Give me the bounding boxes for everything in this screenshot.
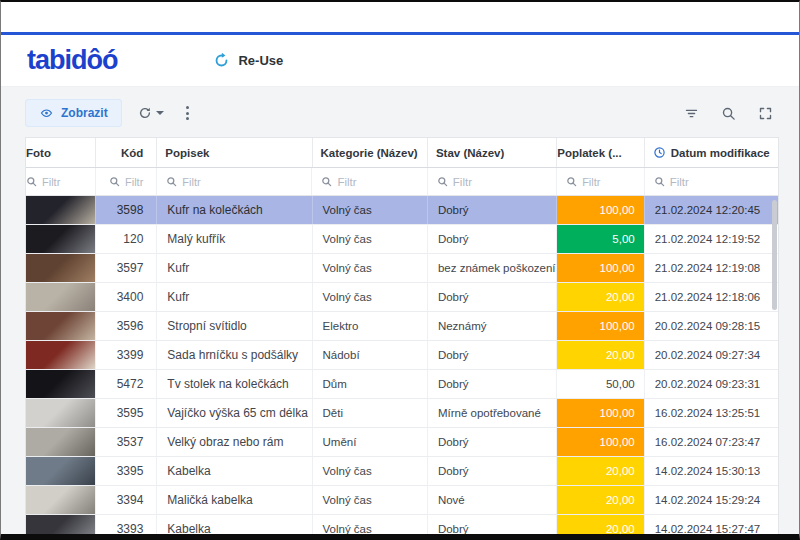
filter-input-poplatek[interactable]: Filtr xyxy=(557,168,645,195)
show-button-label: Zobrazit xyxy=(61,106,108,120)
fee-badge: 20,00 xyxy=(557,486,643,514)
tab-re-use[interactable]: Re-Use xyxy=(213,52,283,69)
filter-input-popisek[interactable]: Filtr xyxy=(157,168,312,195)
item-photo xyxy=(26,254,95,282)
fullscreen-icon[interactable] xyxy=(758,106,773,121)
filter-button[interactable] xyxy=(684,106,699,121)
filter-placeholder: Filtr xyxy=(125,176,143,188)
cell-datum-modifikace: 20.02.2024 09:28:15 xyxy=(645,312,778,340)
table-row[interactable]: 5472Tv stolek na kolečkáchDůmDobrý50,002… xyxy=(26,370,778,399)
more-options-button[interactable] xyxy=(180,104,195,122)
column-header-foto[interactable]: Foto xyxy=(26,138,96,167)
item-photo xyxy=(26,457,95,485)
table-row[interactable]: 3537Velký obraz nebo rámUměníDobrý100,00… xyxy=(26,428,778,457)
search-button[interactable] xyxy=(721,106,736,121)
fee-badge: 20,00 xyxy=(557,457,643,485)
cell-poplatek: 100,00 xyxy=(557,428,644,456)
table-row[interactable]: 3597KufrVolný časbez známek poškození100… xyxy=(26,254,778,283)
column-header-kod[interactable]: Kód xyxy=(96,138,158,167)
cell-kategorie: Volný čas xyxy=(313,196,428,224)
table-row[interactable]: 3596Stropní svítidloElektroNeznámý100,00… xyxy=(26,312,778,341)
app-window: tabidôó Re-Use Zobrazit xyxy=(0,0,800,540)
cell-popisek: Kabelka xyxy=(157,457,312,485)
cell-datum-modifikace: 21.02.2024 12:18:06 xyxy=(645,283,778,311)
cell-datum-modifikace: 21.02.2024 12:19:52 xyxy=(645,225,778,253)
filter-placeholder: Filtr xyxy=(42,176,60,188)
table-row[interactable]: 120Malý kufříkVolný časDobrý5,0021.02.20… xyxy=(26,225,778,254)
cell-photo xyxy=(26,196,96,224)
cell-datum-modifikace: 14.02.2024 15:27:47 xyxy=(645,515,778,534)
filter-placeholder: Filtr xyxy=(182,176,200,188)
filter-placeholder: Filtr xyxy=(670,176,689,188)
cell-kategorie: Volný čas xyxy=(313,515,428,534)
column-header-stav[interactable]: Stav (Název) xyxy=(428,138,557,167)
cell-poplatek: 20,00 xyxy=(557,341,644,369)
cell-datum-modifikace: 21.02.2024 12:20:45 xyxy=(645,196,778,224)
vertical-scrollbar-thumb[interactable] xyxy=(772,200,777,310)
cell-poplatek: 20,00 xyxy=(557,283,644,311)
cell-kategorie: Dům xyxy=(313,370,428,398)
cell-datum-modifikace: 21.02.2024 12:19:08 xyxy=(645,254,778,282)
table-row[interactable]: 3598Kufr na kolečkáchVolný časDobrý100,0… xyxy=(26,196,778,225)
cell-stav: Dobrý xyxy=(428,283,557,311)
cell-kategorie: Volný čas xyxy=(313,283,428,311)
cell-popisek: Kabelka xyxy=(157,515,312,534)
cell-kategorie: Děti xyxy=(313,399,428,427)
cell-photo xyxy=(26,254,96,282)
filter-input-stav[interactable]: Filtr xyxy=(428,168,557,195)
cell-stav: Mírně opotřebované xyxy=(428,399,557,427)
filter-input-datum[interactable]: Filtr xyxy=(645,168,778,195)
cell-poplatek: 100,00 xyxy=(557,254,644,282)
filter-input-kod[interactable]: Filtr xyxy=(96,168,158,195)
show-button[interactable]: Zobrazit xyxy=(25,99,122,127)
cell-datum-modifikace: 20.02.2024 09:27:34 xyxy=(645,341,778,369)
refresh-button[interactable] xyxy=(138,106,164,120)
table-row[interactable]: 3400KufrVolný časDobrý20,0021.02.2024 12… xyxy=(26,283,778,312)
app-header: tabidôó Re-Use xyxy=(1,35,799,87)
chevron-down-icon xyxy=(156,111,164,115)
fee-badge: 20,00 xyxy=(557,341,643,369)
item-photo xyxy=(26,370,95,398)
browser-chrome-strip xyxy=(1,2,799,32)
column-header-poplatek[interactable]: Poplatek (... xyxy=(557,138,644,167)
eye-icon xyxy=(39,107,54,120)
reuse-icon xyxy=(213,52,230,69)
cell-photo xyxy=(26,312,96,340)
cell-code: 3598 xyxy=(96,196,158,224)
cell-code: 3400 xyxy=(96,283,158,311)
data-grid: Foto Kód Popisek Kategorie (Název) Stav … xyxy=(25,137,779,534)
table-row[interactable]: 3395KabelkaVolný časDobrý20,0014.02.2024… xyxy=(26,457,778,486)
column-header-kategorie[interactable]: Kategorie (Název) xyxy=(313,138,428,167)
fee-badge: 100,00 xyxy=(557,254,643,282)
tabidoo-logo: tabidôó xyxy=(27,45,117,76)
cell-popisek: Kufr xyxy=(157,254,312,282)
filter-input-foto[interactable]: Filtr xyxy=(26,168,96,195)
filter-placeholder: Filtr xyxy=(453,176,472,188)
fee-badge: 5,00 xyxy=(557,225,643,253)
filter-placeholder: Filtr xyxy=(582,176,600,188)
cell-photo xyxy=(26,370,96,398)
fee-badge: 100,00 xyxy=(557,312,643,340)
cell-stav: bez známek poškození xyxy=(428,254,557,282)
filter-input-kategorie[interactable]: Filtr xyxy=(312,168,427,195)
cell-code: 3393 xyxy=(96,515,158,534)
column-header-datum[interactable]: Datum modifikace xyxy=(645,138,778,167)
cell-poplatek: 5,00 xyxy=(557,225,644,253)
fee-badge: 20,00 xyxy=(557,283,643,311)
table-row[interactable]: 3393KabelkaVolný časDobrý20,0014.02.2024… xyxy=(26,515,778,534)
cell-popisek: Sada hrníčku s podšálky xyxy=(157,341,312,369)
cell-stav: Dobrý xyxy=(428,515,557,534)
cell-popisek: Malý kufřík xyxy=(157,225,312,253)
fee-badge: 100,00 xyxy=(557,428,643,456)
cell-code: 3399 xyxy=(96,341,158,369)
cell-poplatek: 20,00 xyxy=(557,515,644,534)
table-row[interactable]: 3399Sada hrníčku s podšálkyNádobíDobrý20… xyxy=(26,341,778,370)
filter-placeholder: Filtr xyxy=(337,176,356,188)
column-header-popisek[interactable]: Popisek xyxy=(157,138,312,167)
cell-code: 120 xyxy=(96,225,158,253)
table-row[interactable]: 3394Maličká kabelkaVolný časNové20,0014.… xyxy=(26,486,778,515)
table-row[interactable]: 3595Vajíčko výška 65 cm délka ...DětiMír… xyxy=(26,399,778,428)
cell-stav: Dobrý xyxy=(428,341,557,369)
cell-poplatek: 50,00 xyxy=(557,370,644,398)
column-header-datum-label: Datum modifikace xyxy=(671,147,770,159)
